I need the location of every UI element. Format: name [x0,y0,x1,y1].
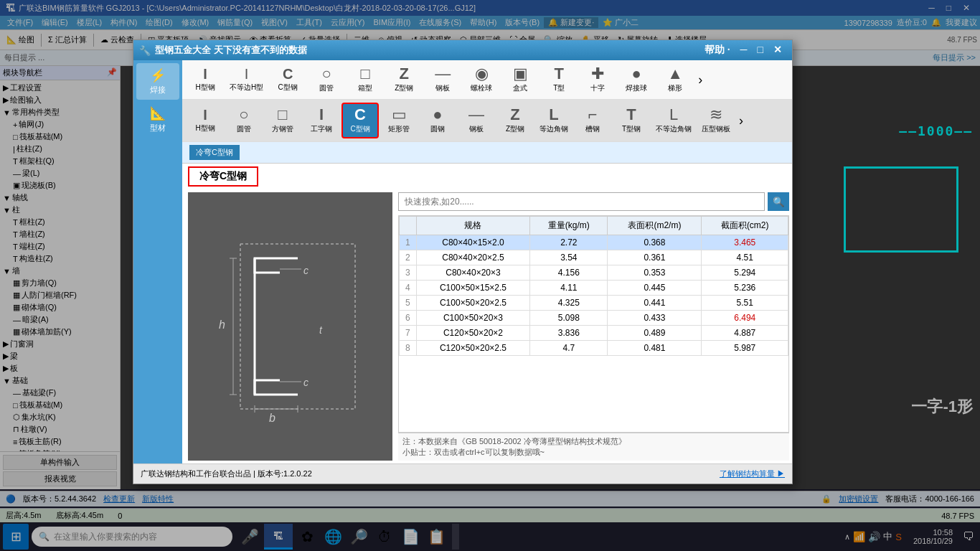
cell-area: 6.494 [702,311,788,326]
note-text: 注：本数据来自《GB 50018-2002 冷弯薄壁型钢结构技术规范》 [402,436,785,447]
shape2-equal-angle-icon: L [549,107,558,123]
shape2-rect[interactable]: ▭ 矩形管 [380,104,418,137]
row-num: 8 [400,341,417,356]
modal-max[interactable]: □ [753,44,768,57]
unequal-h-icon: I [245,67,249,81]
table-row[interactable]: 8 C120×50×20×2.5 4.7 0.481 5.987 [400,341,788,356]
plate-icon: — [435,66,451,82]
table-row[interactable]: 7 C120×50×20×2 3.836 0.489 4.887 [400,326,788,341]
shape2-c[interactable]: C C型钢 [341,103,379,138]
cell-surface: 0.481 [608,341,702,356]
row-num: 3 [400,265,417,281]
t-top-icon: T [555,66,564,82]
table-row[interactable]: 4 C100×50×15×2.5 4.11 0.445 5.236 [400,281,788,296]
shape-unequal-h[interactable]: I 不等边H型 [225,64,268,95]
shape-z-top[interactable]: Z Z型钢 [385,63,423,96]
row-num: 2 [400,250,417,265]
cell-weight: 3.836 [530,326,608,341]
row-num: 4 [400,281,417,296]
modal-min[interactable]: ─ [736,44,752,57]
modal-xinggang[interactable]: 🔧 型钢五金大全 天下没有查不到的数据 帮助 · ─ □ ✕ ⚡ 焊接 📐 型材 [133,39,793,484]
shape-plate[interactable]: — 钢板 [424,63,461,96]
cell-spec: C80×40×20×3 [416,265,530,281]
shape2-t-icon: T [626,107,636,123]
drawing-area: h b t c c [188,192,392,461]
shape2-plate-icon: — [468,107,484,123]
shape2-squarepipe-icon: □ [278,107,287,123]
cell-area: 5.236 [702,281,788,296]
table-row[interactable]: 1 C80×40×15×2.0 2.72 0.368 3.465 [400,235,788,250]
shape-c-top[interactable]: C C型钢 [269,64,306,95]
cell-spec: C100×50×20×2.5 [416,296,530,311]
cell-spec: C100×50×20×3 [416,311,530,326]
cell-surface: 0.433 [608,311,702,326]
shape-cross[interactable]: ✚ 十字 [579,63,616,96]
shape2-i[interactable]: I 工字钢 [303,104,340,137]
cell-area: 5.51 [702,296,788,311]
data-table: 规格 重量(kg/m) 表面积(m2/m) 截面积(cm2) 1 C80×40×… [398,215,789,433]
table-row[interactable]: 6 C100×50×20×3 5.098 0.433 6.494 [400,311,788,326]
shape-t-top[interactable]: T T型 [540,63,578,96]
shape-round-pipe[interactable]: ○ 圆管 [308,63,345,96]
shape2-unequal-angle[interactable]: L 不等边角钢 [651,104,696,137]
cell-spec: C100×50×15×2.5 [416,281,530,296]
modal-title-icon: 🔧 [139,45,151,56]
cell-weight: 2.72 [530,235,608,250]
shape2-t[interactable]: T T型钢 [613,104,650,137]
shape2-round-icon: ● [433,107,442,123]
section-title-box: 冷弯C型钢 [188,166,258,187]
more-shapes2-btn[interactable]: › [736,113,746,128]
search-input[interactable] [398,192,765,211]
nav-profile[interactable]: 📐 型材 [136,101,179,138]
shape2-circle[interactable]: ○ 圆管 [225,104,263,137]
cell-area: 4.887 [702,326,788,341]
shape-bolt-ball[interactable]: ◉ 螺栓球 [463,63,500,96]
row-num: 1 [400,235,417,250]
shape2-plate[interactable]: — 钢板 [458,104,495,137]
shape2-rect-icon: ▭ [392,107,407,123]
modal-help-top[interactable]: 帮助 · [700,44,735,57]
sub-tag-cold[interactable]: 冷弯C型钢 [189,145,240,160]
cell-weight: 4.11 [530,281,608,296]
cell-spec: C80×40×20×2.5 [416,250,530,265]
spec-table: 规格 重量(kg/m) 表面积(m2/m) 截面积(cm2) 1 C80×40×… [399,216,788,356]
shape-weld-ball[interactable]: ● 焊接球 [618,63,655,96]
more-shapes-btn[interactable]: › [695,72,705,88]
table-row[interactable]: 5 C100×50×20×2.5 4.325 0.441 5.51 [400,296,788,311]
shape2-z-icon: Z [510,107,519,123]
shape2-h[interactable]: I H型钢 [187,105,224,136]
row-num: 5 [400,296,417,311]
cell-weight: 5.098 [530,311,608,326]
modal-title-bar: 🔧 型钢五金大全 天下没有查不到的数据 帮助 · ─ □ ✕ [133,40,792,60]
shape2-h-icon: I [203,108,207,122]
shape2-channel[interactable]: ⌐ 槽钢 [574,104,611,137]
nav-welding[interactable]: ⚡ 焊接 [136,63,179,100]
shape2-round[interactable]: ● 圆钢 [419,104,456,137]
nav-welding-label: 焊接 [150,85,166,94]
weld-ball-icon: ● [632,66,641,82]
table-row[interactable]: 3 C80×40×20×3 4.156 0.353 5.294 [400,265,788,281]
footer-right-link[interactable]: 了解钢结构算量 ▶ [720,468,785,479]
modal-footer: 广联达钢结构和工作台联合出品 | 版本号:1.2.0.22 了解钢结构算量 ▶ [133,463,792,484]
modal-close[interactable]: ✕ [769,44,786,57]
c-shape-drawing: h b t c c [197,222,384,430]
shape2-z[interactable]: Z Z型钢 [496,104,534,137]
table-row[interactable]: 2 C80×40×20×2.5 3.54 0.361 4.51 [400,250,788,265]
shape-h[interactable]: I H型钢 [187,64,224,95]
cell-surface: 0.441 [608,296,702,311]
shape-box[interactable]: □ 箱型 [347,63,384,96]
shape-trapez[interactable]: ▲ 梯形 [656,63,694,96]
data-panel: 🔍 规格 重量(kg/m) 表面积(m2/m) 截面积(c [395,189,792,463]
shape2-pressed[interactable]: ≋ 压型钢板 [697,104,735,137]
footer-left-text: 广联达钢结构和工作台联合出品 | 版本号:1.2.0.22 [141,468,312,479]
shape2-unequal-angle-icon: L [669,107,678,123]
shape-box2[interactable]: ▣ 盒式 [501,63,539,96]
col-spec: 规格 [416,217,530,235]
cell-surface: 0.489 [608,326,702,341]
shape2-equal-angle[interactable]: L 等边角钢 [535,104,573,137]
shape2-squarepipe[interactable]: □ 方钢管 [264,104,301,137]
modal-content-split: h b t c c [182,189,792,463]
col-surface: 表面积(m2/m) [608,217,702,235]
search-btn[interactable]: 🔍 [768,192,789,211]
modal-controls[interactable]: 帮助 · ─ □ ✕ [700,44,786,57]
